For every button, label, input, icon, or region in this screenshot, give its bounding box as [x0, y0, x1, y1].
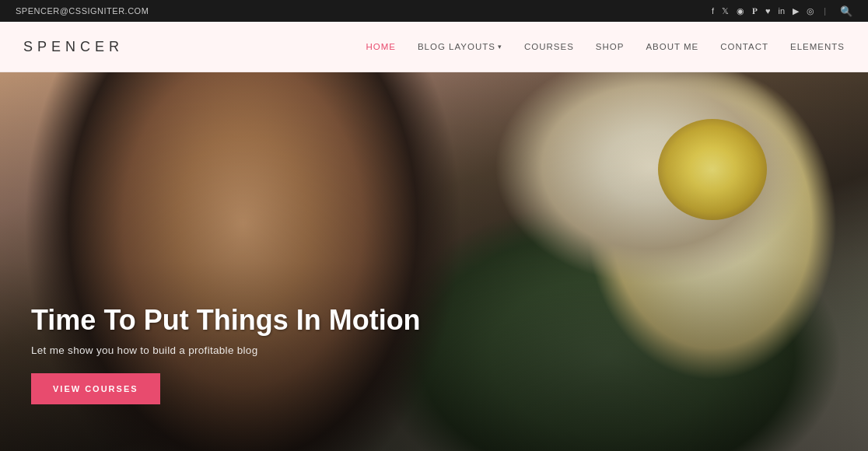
twitter-icon[interactable]: 𝕏 — [722, 6, 729, 16]
top-bar: SPENCER@CSSIGNITER.COM f 𝕏 ◉ 𝐏 ♥ in ▶ ◎ … — [0, 0, 868, 22]
nav-elements[interactable]: ELEMENTS — [790, 42, 845, 51]
dropdown-arrow-icon: ▾ — [498, 43, 502, 51]
header: SPENCER HOME BLOG LAYOUTS ▾ COURSES SHOP… — [0, 22, 868, 72]
email-address: SPENCER@CSSIGNITER.COM — [16, 6, 149, 16]
facebook-icon[interactable]: f — [712, 6, 714, 16]
hero-content: Time To Put Things In Motion Let me show… — [31, 303, 421, 404]
view-courses-button[interactable]: VIEW COURSES — [31, 373, 160, 404]
youtube-icon[interactable]: ▶ — [793, 6, 799, 16]
pinterest-icon[interactable]: 𝐏 — [752, 6, 758, 16]
nav-about-me[interactable]: ABOUT ME — [646, 42, 698, 51]
nav-courses[interactable]: COURSES — [524, 42, 574, 51]
hero-section: Time To Put Things In Motion Let me show… — [0, 72, 868, 451]
nav-blog-layouts[interactable]: BLOG LAYOUTS ▾ — [418, 42, 502, 51]
linkedin-icon[interactable]: in — [779, 6, 786, 16]
heart-icon[interactable]: ♥ — [765, 6, 771, 16]
site-logo[interactable]: SPENCER — [23, 39, 124, 55]
nav-home[interactable]: HOME — [366, 42, 396, 51]
hero-subtitle: Let me show you how to build a profitabl… — [31, 344, 421, 356]
social-icons: f 𝕏 ◉ 𝐏 ♥ in ▶ ◎ — [712, 6, 814, 16]
hero-title: Time To Put Things In Motion — [31, 303, 421, 337]
main-nav: HOME BLOG LAYOUTS ▾ COURSES SHOP ABOUT M… — [366, 42, 845, 51]
nav-shop[interactable]: SHOP — [596, 42, 625, 51]
rss-icon[interactable]: ◎ — [807, 6, 814, 16]
nav-contact[interactable]: CONTACT — [720, 42, 768, 51]
instagram-icon[interactable]: ◉ — [737, 6, 744, 16]
search-icon[interactable]: 🔍 — [840, 5, 852, 17]
